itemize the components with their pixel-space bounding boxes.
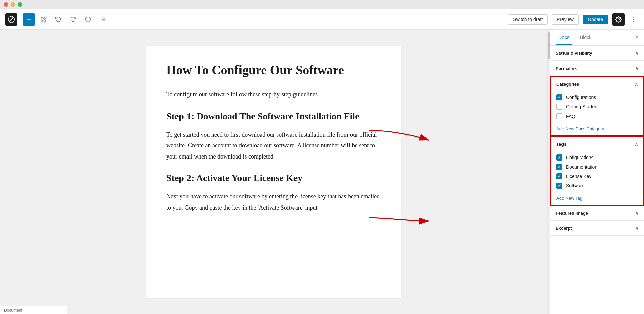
info-icon <box>85 16 91 23</box>
tag-checkbox-documentation[interactable] <box>556 164 562 170</box>
categories-chevron: ∧ <box>635 81 638 87</box>
editor-scrollbar[interactable] <box>547 30 550 314</box>
section-status-visibility: Status & visibility ∨ <box>550 46 644 61</box>
post-paragraph-1[interactable]: To configure our software follow these s… <box>166 89 381 100</box>
category-checkbox-configurations[interactable] <box>556 94 562 100</box>
status-visibility-chevron: ∨ <box>635 50 639 56</box>
section-excerpt: Excerpt ∨ <box>550 221 644 236</box>
svg-point-9 <box>618 18 620 20</box>
switch-to-draft-button[interactable]: Switch to draft <box>508 14 548 25</box>
category-item-configurations: Configurations <box>556 93 638 102</box>
tag-label-configurations: Cofigurations <box>566 155 594 160</box>
tag-label-software: Software <box>566 183 584 188</box>
add-block-button[interactable]: + <box>23 13 35 26</box>
tags-list: Cofigurations Documentation License Key … <box>551 151 643 194</box>
main-layout: How To Configure Our Software To configu… <box>0 30 644 314</box>
editor-content: How To Configure Our Software To configu… <box>146 46 401 298</box>
wp-logo <box>5 13 17 26</box>
tag-checkbox-license-key[interactable] <box>556 173 562 179</box>
category-item-getting-started: Getting Started <box>556 102 638 111</box>
categories-header[interactable]: Categories ∧ <box>551 77 643 91</box>
more-options-button[interactable]: ⋮ <box>629 14 639 25</box>
featured-image-header[interactable]: Featured image ∨ <box>550 206 644 220</box>
pencil-icon <box>41 16 47 23</box>
category-item-faq: FAQ <box>556 111 638 121</box>
section-featured-image: Featured image ∨ <box>550 206 644 221</box>
status-visibility-header[interactable]: Status & visibility ∨ <box>550 46 644 60</box>
category-checkbox-faq[interactable] <box>556 113 562 119</box>
gear-icon <box>615 16 622 23</box>
categories-list: Configurations Getting Started FAQ <box>551 91 643 125</box>
list-view-icon <box>100 16 106 23</box>
titlebar <box>0 0 644 9</box>
tag-item-documentation: Documentation <box>556 162 638 172</box>
update-button[interactable]: Update <box>583 15 608 24</box>
section-categories: Categories ∧ Configurations Getting Star… <box>550 76 644 136</box>
sidebar: Docs Block × Status & visibility ∨ Perma… <box>550 30 644 314</box>
wp-logo-icon <box>7 15 15 24</box>
redo-button[interactable] <box>67 13 79 26</box>
edit-icon-button[interactable] <box>38 13 50 26</box>
close-button[interactable] <box>4 2 8 7</box>
featured-image-chevron: ∨ <box>635 210 639 216</box>
sidebar-close-button[interactable]: × <box>635 34 639 41</box>
add-new-category-link[interactable]: Add New Docs Category <box>551 125 643 135</box>
section-permalink: Permalink ∨ <box>550 61 644 76</box>
tab-block[interactable]: Block <box>577 31 594 45</box>
status-visibility-label: Status & visibility <box>556 51 592 56</box>
post-heading-1[interactable]: Step 1: Download The Software Installati… <box>166 109 381 123</box>
category-label-getting-started: Getting Started <box>566 104 597 109</box>
minimize-button[interactable] <box>11 2 15 7</box>
tag-checkbox-configurations[interactable] <box>556 154 562 161</box>
tag-item-configurations: Cofigurations <box>556 153 638 162</box>
maximize-button[interactable] <box>18 2 22 7</box>
category-checkbox-getting-started[interactable] <box>556 104 562 110</box>
info-button[interactable] <box>82 13 94 26</box>
preview-button[interactable]: Preview <box>552 14 579 25</box>
section-tags: Tags ∧ Cofigurations Documentation Licen… <box>550 136 644 206</box>
excerpt-chevron: ∨ <box>635 225 639 231</box>
excerpt-label: Excerpt <box>556 226 572 231</box>
toolbar-right: Switch to draft Preview Update ⋮ <box>508 13 639 26</box>
category-label-configurations: Configurations <box>566 95 596 100</box>
tags-label: Tags <box>556 142 566 147</box>
sidebar-tabs: Docs Block × <box>550 30 644 46</box>
tag-item-license-key: License Key <box>556 172 638 181</box>
featured-image-label: Featured image <box>556 211 588 216</box>
status-bar-label: Document <box>4 308 22 313</box>
toolbar: + Switch to draft Preview Update ⋮ <box>0 9 644 30</box>
tag-checkbox-software[interactable] <box>556 183 562 189</box>
post-heading-2[interactable]: Step 2: Activate Your License Key <box>166 171 381 184</box>
tag-label-documentation: Documentation <box>566 164 597 170</box>
post-title[interactable]: How To Configure Our Software <box>166 62 381 78</box>
post-paragraph-3[interactable]: Next you have to activate our software b… <box>166 191 381 213</box>
redo-icon <box>70 16 76 23</box>
excerpt-header[interactable]: Excerpt ∨ <box>550 221 644 235</box>
undo-button[interactable] <box>52 13 64 26</box>
tags-chevron: ∧ <box>635 141 638 147</box>
tags-header[interactable]: Tags ∧ <box>551 137 643 151</box>
post-paragraph-2[interactable]: To get started you need to first downloa… <box>166 129 381 162</box>
permalink-label: Permalink <box>556 66 577 71</box>
tag-item-software: Software <box>556 181 638 190</box>
status-bar: Document <box>0 306 67 314</box>
permalink-chevron: ∨ <box>635 65 639 71</box>
settings-button[interactable] <box>612 13 625 26</box>
tag-label-license-key: License Key <box>566 174 591 179</box>
undo-icon <box>55 16 61 23</box>
editor-area[interactable]: How To Configure Our Software To configu… <box>0 30 547 314</box>
categories-label: Categories <box>556 82 579 87</box>
permalink-header[interactable]: Permalink ∨ <box>550 61 644 76</box>
add-new-tag-link[interactable]: Add New Tag <box>551 194 643 205</box>
list-view-button[interactable] <box>97 13 109 26</box>
tab-docs[interactable]: Docs <box>556 31 572 45</box>
category-label-faq: FAQ <box>566 114 575 119</box>
